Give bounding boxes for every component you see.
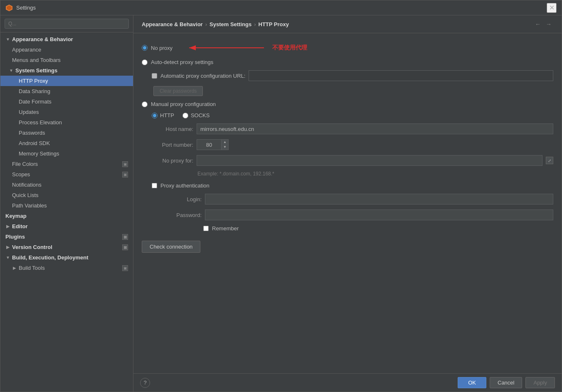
chevron-down-icon: ▼ <box>9 68 14 73</box>
host-name-input[interactable] <box>197 123 553 134</box>
bottom-bar: ? OK Cancel Apply <box>133 373 562 392</box>
clear-passwords-button[interactable]: Clear passwords <box>153 86 203 96</box>
password-label: Password: <box>160 212 202 218</box>
sidebar-item-data-sharing[interactable]: Data Sharing <box>0 86 133 96</box>
sidebar-item-system-settings[interactable]: ▼ System Settings <box>0 65 133 76</box>
sidebar-item-label: Appearance & Behavior <box>12 36 73 42</box>
help-button[interactable]: ? <box>140 378 150 388</box>
annotation-container: 不要使用代理 <box>185 42 307 54</box>
auto-config-section: Automatic proxy configuration URL: Clear… <box>142 70 553 96</box>
sidebar-item-build-execution-deployment[interactable]: ▼ Build, Execution, Deployment <box>0 252 133 263</box>
sidebar-item-label: Plugins <box>5 234 25 240</box>
sidebar-item-editor[interactable]: ▶ Editor <box>0 221 133 232</box>
port-decrement-button[interactable]: ▼ <box>222 145 228 150</box>
breadcrumb-sep1: › <box>205 21 207 27</box>
cancel-button[interactable]: Cancel <box>490 377 522 388</box>
sidebar-item-http-proxy[interactable]: HTTP Proxy <box>0 76 133 86</box>
manual-proxy-radio[interactable] <box>142 101 148 107</box>
titlebar: Settings ✕ <box>0 0 562 15</box>
port-number-row: Port number: ▲ ▼ <box>152 139 553 150</box>
sidebar-item-scopes[interactable]: Scopes ▣ <box>0 169 133 180</box>
proxy-auth-checkbox[interactable] <box>152 183 157 188</box>
breadcrumb-part2: System Settings <box>210 21 251 27</box>
breadcrumb-part1: Appearance & Behavior <box>142 21 203 27</box>
annotation-arrow-svg <box>185 42 268 54</box>
sidebar-item-appearance-behavior[interactable]: ▼ Appearance & Behavior <box>0 34 133 44</box>
manual-proxy-section: HTTP SOCKS Host name: <box>142 112 553 232</box>
port-increment-button[interactable]: ▲ <box>222 140 228 145</box>
sidebar-item-updates[interactable]: Updates <box>0 107 133 117</box>
breadcrumb-sep2: › <box>254 21 256 27</box>
back-button[interactable]: ← <box>533 20 542 29</box>
no-proxy-for-input[interactable] <box>197 155 542 166</box>
auto-config-url-checkbox[interactable] <box>152 73 157 79</box>
check-connection-button[interactable]: Check connection <box>142 241 200 253</box>
ok-button[interactable]: OK <box>458 377 486 388</box>
sidebar-item-version-control[interactable]: ▶ Version Control ▣ <box>0 242 133 252</box>
sidebar-item-passwords[interactable]: Passwords <box>0 128 133 138</box>
close-button[interactable]: ✕ <box>547 3 557 13</box>
sidebar-item-build-tools[interactable]: ▶ Build Tools ▣ <box>0 263 133 273</box>
no-proxy-row: No proxy <box>142 42 553 54</box>
socks-label: SOCKS <box>191 112 210 118</box>
manual-proxy-row: Manual proxy configuration <box>142 101 553 107</box>
http-radio[interactable] <box>152 113 158 118</box>
sidebar-item-plugins[interactable]: Plugins ▣ <box>0 232 133 242</box>
sidebar-item-menus-toolbars[interactable]: Menus and Toolbars <box>0 55 133 65</box>
password-row: Password: <box>160 210 553 220</box>
password-input[interactable] <box>205 210 553 220</box>
sidebar-item-label: Version Control <box>12 244 52 250</box>
sidebar-item-path-variables[interactable]: Path Variables <box>0 200 133 211</box>
sidebar-item-process-elevation[interactable]: Process Elevation <box>0 117 133 128</box>
sidebar-item-label: Build, Execution, Deployment <box>12 254 88 261</box>
sidebar-item-label: Scopes <box>12 171 30 178</box>
external-icon: ▣ <box>122 172 128 178</box>
expand-icon[interactable]: ⤢ <box>546 157 553 164</box>
sidebar-item-file-colors[interactable]: File Colors ▣ <box>0 159 133 169</box>
auto-config-url-input[interactable] <box>249 70 553 81</box>
sidebar-item-quick-lists[interactable]: Quick Lists <box>0 190 133 200</box>
auto-detect-radio[interactable] <box>142 59 148 65</box>
proxy-auth-row: Proxy authentication <box>152 182 553 189</box>
sidebar-item-memory-settings[interactable]: Memory Settings <box>0 148 133 159</box>
content-area: Appearance & Behavior › System Settings … <box>133 15 562 373</box>
sidebar-item-android-sdk[interactable]: Android SDK <box>0 138 133 148</box>
http-radio-group: HTTP <box>152 112 174 118</box>
apply-button[interactable]: Apply <box>525 377 555 388</box>
sidebar-item-label: Data Sharing <box>19 88 50 94</box>
port-input-wrap: ▲ ▼ <box>197 139 229 150</box>
sidebar-item-label: Menus and Toolbars <box>12 57 61 63</box>
socks-radio[interactable] <box>182 113 188 118</box>
sidebar-item-label: Appearance <box>12 47 41 53</box>
chevron-right-icon: ▶ <box>5 245 10 250</box>
external-icon: ▣ <box>122 265 128 271</box>
forward-button[interactable]: → <box>544 20 553 29</box>
annotation-text: 不要使用代理 <box>272 44 307 52</box>
sidebar-item-keymap[interactable]: Keymap <box>0 211 133 221</box>
sidebar-item-label: File Colors <box>12 161 38 167</box>
sidebar-item-label: Quick Lists <box>12 192 39 198</box>
sidebar-item-appearance[interactable]: Appearance <box>0 44 133 55</box>
chevron-down-icon: ▼ <box>5 255 10 260</box>
remember-checkbox[interactable] <box>203 226 209 231</box>
protocol-row: HTTP SOCKS <box>152 112 553 118</box>
remember-row: Remember <box>160 225 553 232</box>
sidebar-item-label: Build Tools <box>19 265 45 271</box>
proxy-auth-label: Proxy authentication <box>160 182 210 189</box>
no-proxy-radio[interactable] <box>142 45 148 51</box>
login-input[interactable] <box>205 194 553 205</box>
auto-detect-label: Auto-detect proxy settings <box>151 59 213 65</box>
chevron-down-icon: ▼ <box>5 37 10 42</box>
auth-section: Proxy authentication Login: Password: <box>152 182 553 232</box>
sidebar-item-label: Keymap <box>5 213 27 219</box>
sidebar-item-label: HTTP Proxy <box>19 78 48 84</box>
no-proxy-label: No proxy <box>151 45 173 51</box>
sidebar-item-notifications[interactable]: Notifications <box>0 180 133 190</box>
search-input[interactable] <box>5 19 129 29</box>
port-number-input[interactable] <box>197 139 222 150</box>
chevron-right-icon: ▶ <box>12 266 17 271</box>
sidebar-item-date-formats[interactable]: Date Formats <box>0 96 133 107</box>
port-number-label: Port number: <box>152 142 193 148</box>
remember-label: Remember <box>212 225 239 232</box>
sidebar-scroll: ▼ Appearance & Behavior Appearance Menus… <box>0 32 133 392</box>
